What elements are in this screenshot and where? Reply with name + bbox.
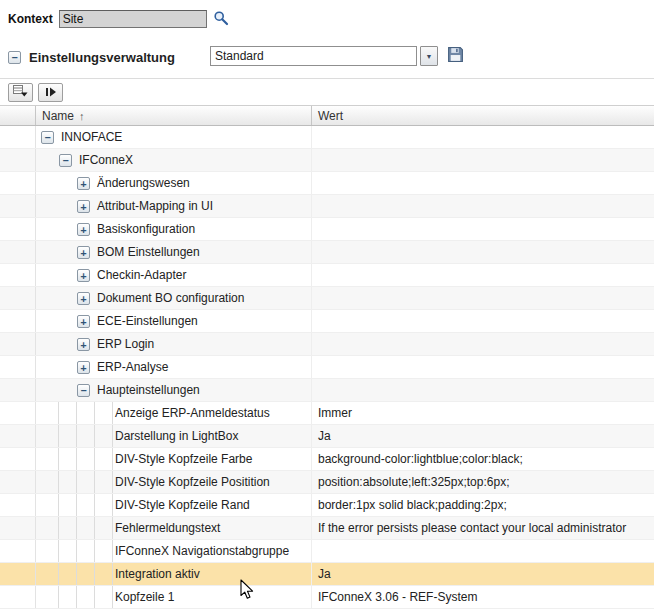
table-row[interactable]: + Änderungswesen bbox=[0, 172, 654, 195]
row-value: Ja bbox=[312, 425, 654, 447]
indent-spacer bbox=[41, 356, 59, 378]
row-name-cell: DIV-Style Kopfzeile Farbe bbox=[36, 448, 312, 470]
table-row[interactable]: Anzeige ERP-Anmeldestatus Immer bbox=[0, 402, 654, 425]
row-indent bbox=[41, 172, 77, 194]
collapse-toggle-icon[interactable]: − bbox=[59, 154, 72, 167]
table-row[interactable]: − Haupteinstellungen bbox=[0, 379, 654, 402]
row-name-cell: IFConneX Navigationstabgruppe bbox=[36, 540, 312, 562]
table-view-button[interactable] bbox=[8, 83, 33, 102]
table-row[interactable]: Fehlermeldungstext If the error persists… bbox=[0, 517, 654, 540]
row-indent bbox=[41, 540, 113, 562]
context-input[interactable] bbox=[59, 10, 207, 28]
expand-toggle-icon[interactable]: + bbox=[77, 177, 90, 190]
section-collapse-icon[interactable]: − bbox=[8, 51, 21, 64]
indent-spacer bbox=[59, 310, 77, 332]
row-gutter bbox=[0, 471, 36, 493]
row-indent bbox=[41, 149, 59, 171]
row-name: Attribut-Mapping in UI bbox=[95, 195, 213, 217]
indent-spacer bbox=[59, 356, 77, 378]
row-gutter bbox=[0, 586, 36, 608]
row-gutter bbox=[0, 379, 36, 401]
row-value: Ja bbox=[312, 563, 654, 585]
table-row[interactable]: + ERP Login bbox=[0, 333, 654, 356]
context-bar: Kontext bbox=[8, 8, 230, 30]
table-filter-icon bbox=[13, 85, 28, 100]
expand-toggle-icon[interactable]: + bbox=[77, 200, 90, 213]
expand-toggle-icon[interactable]: + bbox=[77, 338, 90, 351]
row-name-cell: DIV-Style Kopfzeile Rand bbox=[36, 494, 312, 516]
indent-spacer bbox=[95, 494, 113, 516]
column-header-name-label: Name bbox=[42, 109, 74, 123]
row-name-cell: + ERP-Analyse bbox=[36, 356, 312, 378]
indent-spacer bbox=[59, 494, 77, 516]
table-row[interactable]: − INNOFACE bbox=[0, 126, 654, 149]
indent-spacer bbox=[59, 172, 77, 194]
column-header-value-label: Wert bbox=[318, 109, 343, 123]
indent-spacer bbox=[41, 218, 59, 240]
expand-toggle-icon[interactable]: + bbox=[77, 246, 90, 259]
expand-toggle-icon[interactable]: + bbox=[77, 269, 90, 282]
row-name: ERP Login bbox=[95, 333, 154, 355]
table-row[interactable]: Darstellung in LightBox Ja bbox=[0, 425, 654, 448]
table-row[interactable]: + Checkin-Adapter bbox=[0, 264, 654, 287]
table-row[interactable]: + ECE-Einstellungen bbox=[0, 310, 654, 333]
table-row[interactable]: Integration aktiv Ja bbox=[0, 563, 654, 586]
table-row[interactable]: + Attribut-Mapping in UI bbox=[0, 195, 654, 218]
save-button[interactable] bbox=[446, 47, 464, 65]
table-row[interactable]: Kopfzeile 1 IFConneX 3.06 - REF-System bbox=[0, 586, 654, 609]
table-row[interactable]: + ERP-Analyse bbox=[0, 356, 654, 379]
row-gutter bbox=[0, 241, 36, 263]
expand-all-button[interactable] bbox=[38, 83, 63, 102]
row-indent bbox=[41, 310, 77, 332]
view-select[interactable]: Standard bbox=[210, 46, 417, 66]
row-indent bbox=[41, 494, 113, 516]
row-indent bbox=[41, 471, 113, 493]
row-name-cell: + Änderungswesen bbox=[36, 172, 312, 194]
row-name: IFConneX bbox=[77, 149, 133, 171]
indent-spacer bbox=[41, 241, 59, 263]
view-select-arrow-button[interactable]: ▼ bbox=[420, 46, 438, 66]
indent-spacer bbox=[59, 563, 77, 585]
indent-spacer bbox=[41, 379, 59, 401]
indent-spacer bbox=[95, 448, 113, 470]
row-gutter bbox=[0, 172, 36, 194]
column-header-name[interactable]: Name↑ bbox=[36, 106, 312, 125]
row-value bbox=[312, 287, 654, 309]
indent-spacer bbox=[41, 448, 59, 470]
indent-spacer bbox=[41, 333, 59, 355]
row-indent bbox=[41, 379, 77, 401]
collapse-toggle-icon[interactable]: − bbox=[41, 131, 54, 144]
table-row[interactable]: + Basiskonfiguration bbox=[0, 218, 654, 241]
expand-toggle-icon[interactable]: + bbox=[77, 361, 90, 374]
indent-spacer bbox=[95, 402, 113, 424]
indent-spacer bbox=[41, 402, 59, 424]
expand-toggle-icon[interactable]: + bbox=[77, 223, 90, 236]
indent-spacer bbox=[77, 517, 95, 539]
expand-toggle-icon[interactable]: + bbox=[77, 292, 90, 305]
table-row[interactable]: DIV-Style Kopfzeile Farbe background-col… bbox=[0, 448, 654, 471]
row-indent bbox=[41, 333, 77, 355]
row-indent bbox=[41, 586, 113, 608]
row-name-cell: + ERP Login bbox=[36, 333, 312, 355]
table-row[interactable]: + Dokument BO configuration bbox=[0, 287, 654, 310]
table-row[interactable]: IFConneX Navigationstabgruppe bbox=[0, 540, 654, 563]
indent-spacer bbox=[59, 540, 77, 562]
collapse-toggle-icon[interactable]: − bbox=[77, 384, 90, 397]
expand-toggle-icon[interactable]: + bbox=[77, 315, 90, 328]
row-gutter bbox=[0, 540, 36, 562]
column-header-value[interactable]: Wert bbox=[312, 106, 654, 125]
row-value: position:absolute;left:325px;top:6px; bbox=[312, 471, 654, 493]
table-row[interactable]: + BOM Einstellungen bbox=[0, 241, 654, 264]
search-button[interactable] bbox=[213, 11, 230, 28]
row-name: BOM Einstellungen bbox=[95, 241, 200, 263]
indent-spacer bbox=[77, 425, 95, 447]
table-row[interactable]: DIV-Style Kopfzeile Positition position:… bbox=[0, 471, 654, 494]
table-row[interactable]: DIV-Style Kopfzeile Rand border:1px soli… bbox=[0, 494, 654, 517]
indent-spacer bbox=[41, 471, 59, 493]
table-row[interactable]: − IFConneX bbox=[0, 149, 654, 172]
row-indent bbox=[41, 287, 77, 309]
row-gutter bbox=[0, 517, 36, 539]
indent-spacer bbox=[41, 494, 59, 516]
indent-spacer bbox=[41, 287, 59, 309]
indent-spacer bbox=[41, 563, 59, 585]
